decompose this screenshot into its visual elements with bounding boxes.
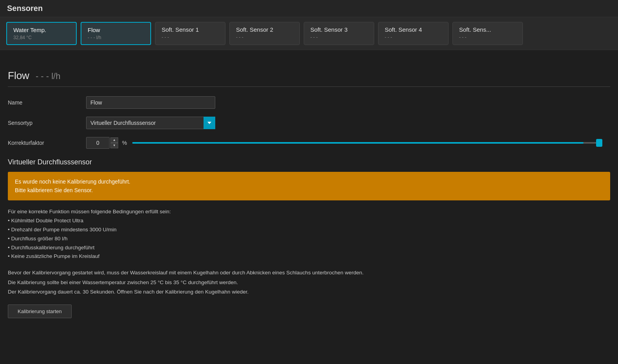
tab-soft1-value: - - - xyxy=(162,34,219,40)
virtual-section-title: Virtueller Durchflusssensor xyxy=(8,158,610,166)
tab-soft3-value: - - - xyxy=(310,34,368,40)
main-content: Flow - - - l/h Name Sensortyp Virtueller… xyxy=(0,62,618,326)
korrekturfaktor-slider-track[interactable] xyxy=(132,142,602,144)
calib-line-2: Der Kalibriervorgang dauert ca. 30 Sekun… xyxy=(8,287,610,297)
calib-line-0: Bevor der Kalibriervorgang gestartet wir… xyxy=(8,268,610,278)
sensortyp-select-wrapper: Virtueller Durchflusssensor Analoger Sen… xyxy=(86,117,215,129)
kalibrierung-starten-button[interactable]: Kalibrierung starten xyxy=(8,305,72,318)
tab-soft1-name: Soft. Sensor 1 xyxy=(162,26,219,33)
name-label: Name xyxy=(8,99,86,106)
section-title-row: Flow - - - l/h xyxy=(8,70,610,87)
sensor-tab-soft4[interactable]: Soft. Sensor 4 - - - xyxy=(378,22,449,45)
sensortyp-label: Sensortyp xyxy=(8,120,86,126)
info-item-3: • Durchflusskalibrierung durchgeführt xyxy=(8,243,610,252)
page-title: Sensoren xyxy=(7,4,611,13)
warning-box: Es wurde noch keine Kalibrierung durchge… xyxy=(8,172,610,200)
info-item-1: • Drehzahl der Pumpe mindestens 3000 U/m… xyxy=(8,225,610,234)
slider-fill xyxy=(132,142,584,144)
page-header: Sensoren xyxy=(0,0,618,17)
sensor-tab-soft3[interactable]: Soft. Sensor 3 - - - xyxy=(304,22,374,45)
tab-soft4-name: Soft. Sensor 4 xyxy=(385,26,442,33)
tab-soft2-value: - - - xyxy=(236,34,293,40)
tab-soft3-name: Soft. Sensor 3 xyxy=(310,26,368,33)
sensor-tab-flow[interactable]: Flow - - - l/h xyxy=(81,22,151,45)
tab-soft4-value: - - - xyxy=(385,34,442,40)
sensor-tab-soft1[interactable]: Soft. Sensor 1 - - - xyxy=(155,22,225,45)
tab-flow-name: Flow xyxy=(88,27,144,33)
tab-soft5-value: - - - xyxy=(459,34,516,40)
tab-water-temp-value: 32,84 °C xyxy=(13,35,70,40)
korrekturfaktor-row: Korrekturfaktor ▲ ▼ % xyxy=(8,137,610,149)
sensor-tab-water-temp[interactable]: Water Temp. 32,84 °C xyxy=(6,22,77,45)
info-text-block: Für eine korrekte Funktion müssen folgen… xyxy=(8,207,610,261)
calib-line-1: Die Kalibrierung sollte bei einer Wasser… xyxy=(8,278,610,287)
calib-text-block: Bevor der Kalibriervorgang gestartet wir… xyxy=(8,268,610,297)
warning-line1: Es wurde noch keine Kalibrierung durchge… xyxy=(15,177,603,186)
name-input[interactable] xyxy=(86,96,215,109)
tab-soft5-name: Soft. Sens... xyxy=(459,26,516,33)
tab-water-temp-name: Water Temp. xyxy=(13,27,70,33)
sensortyp-select[interactable]: Virtueller Durchflusssensor Analoger Sen… xyxy=(86,117,215,129)
section-title-value: - - - l/h xyxy=(36,71,61,81)
sensor-tab-soft2[interactable]: Soft. Sensor 2 - - - xyxy=(229,22,300,45)
sensortyp-row: Sensortyp Virtueller Durchflusssensor An… xyxy=(8,117,610,129)
info-item-0: • Kühlmittel Double Protect Ultra xyxy=(8,216,610,225)
section-title-name: Flow xyxy=(8,70,29,82)
sensor-tabs-bar: Water Temp. 32,84 °C Flow - - - l/h Soft… xyxy=(0,17,618,50)
info-intro: Für eine korrekte Funktion müssen folgen… xyxy=(8,207,610,216)
korrekturfaktor-label: Korrekturfaktor xyxy=(8,140,86,146)
spinner-up-button[interactable]: ▲ xyxy=(110,137,118,143)
tab-flow-value: - - - l/h xyxy=(88,35,144,40)
info-item-2: • Durchfluss größer 80 l/h xyxy=(8,234,610,243)
warning-line2: Bitte kalibrieren Sie den Sensor. xyxy=(15,186,603,195)
info-item-4: • Keine zusätzliche Pumpe im Kreislauf xyxy=(8,252,610,261)
korrekturfaktor-unit: % xyxy=(122,140,127,146)
korrekturfaktor-input[interactable] xyxy=(86,137,110,149)
slider-thumb[interactable] xyxy=(596,139,602,147)
tab-soft2-name: Soft. Sensor 2 xyxy=(236,26,293,33)
spinner-arrows: ▲ ▼ xyxy=(110,137,118,148)
name-row: Name xyxy=(8,96,610,109)
sensor-tab-soft5[interactable]: Soft. Sens... - - - xyxy=(452,22,523,45)
spinner-down-button[interactable]: ▼ xyxy=(110,143,118,148)
